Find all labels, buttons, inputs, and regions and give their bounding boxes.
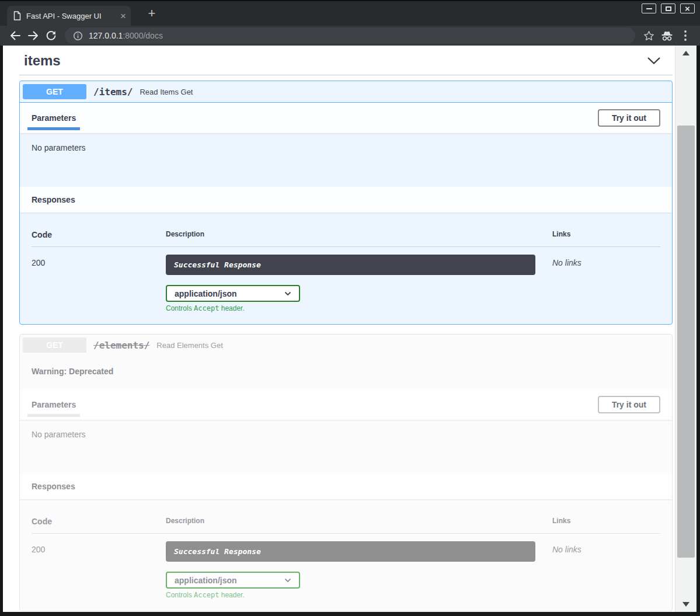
accept-note-suffix: header.: [219, 304, 244, 312]
response-links: No links: [552, 541, 660, 599]
scroll-up-arrow-icon[interactable]: [682, 51, 689, 55]
incognito-icon: [658, 27, 676, 44]
address-bar[interactable]: 127.0.0.1:8000/docs: [65, 27, 635, 44]
new-tab-button[interactable]: +: [145, 6, 159, 20]
accept-header-word: Accept: [194, 304, 219, 312]
chevron-down-icon: [284, 291, 291, 296]
description-cell: Successful Response application/json Co: [166, 255, 552, 312]
response-description: Successful Response: [166, 541, 535, 562]
accept-note-prefix: Controls: [166, 591, 194, 599]
parameters-section-header: Parameters Try it out: [20, 103, 672, 133]
scrollbar-thumb[interactable]: [677, 126, 695, 558]
maximize-icon: [666, 6, 671, 11]
swagger-ui: items GET /items/ Read Items Get Paramet…: [3, 46, 675, 611]
scroll-down-arrow-icon[interactable]: [682, 602, 689, 607]
responses-heading: Responses: [32, 192, 75, 208]
tag-title: items: [24, 53, 61, 69]
window-close-icon: ×: [685, 4, 690, 13]
maximize-button[interactable]: [661, 4, 675, 13]
description-column-header: Description: [166, 230, 552, 239]
endpoint-path: /elements/: [93, 340, 149, 351]
site-info-icon[interactable]: [73, 31, 83, 41]
response-code: 200: [32, 255, 166, 312]
response-row: 200 Successful Response application/json: [32, 534, 660, 599]
parameters-section-header: Parameters Try it out: [20, 389, 672, 420]
response-links: No links: [552, 255, 660, 312]
no-parameters-text: No parameters: [32, 430, 660, 439]
description-cell: Successful Response application/json Co: [166, 541, 552, 599]
media-type-value: application/json: [175, 576, 237, 585]
url-path: :8000/docs: [123, 31, 163, 40]
links-column-header: Links: [552, 517, 660, 526]
media-type-value: application/json: [175, 289, 237, 298]
responses-table-header: Code Description Links: [32, 230, 660, 247]
parameters-tab[interactable]: Parameters: [32, 396, 76, 413]
endpoint-summary: Read Elements Get: [156, 341, 222, 350]
media-type-select[interactable]: application/json: [166, 572, 300, 589]
endpoint-summary: Read Items Get: [140, 88, 193, 96]
back-button[interactable]: [6, 27, 24, 44]
parameters-tab[interactable]: Parameters: [32, 109, 76, 127]
response-description: Successful Response: [166, 255, 535, 275]
opblock-summary[interactable]: GET /items/ Read Items Get: [20, 81, 672, 103]
chevron-down-icon[interactable]: [647, 57, 661, 65]
method-badge: GET: [23, 84, 86, 99]
responses-heading: Responses: [32, 478, 75, 495]
code-column-header: Code: [32, 517, 166, 526]
opblock-get-items: GET /items/ Read Items Get Parameters Tr…: [19, 81, 673, 325]
response-row: 200 Successful Response application/json: [32, 247, 660, 312]
window-close-button[interactable]: ×: [680, 4, 695, 13]
chevron-down-icon: [284, 578, 291, 583]
divider: [19, 75, 673, 75]
media-type-select[interactable]: application/json: [166, 285, 300, 302]
window-controls: ×: [642, 4, 695, 13]
no-parameters-text: No parameters: [32, 143, 660, 152]
try-it-out-button[interactable]: Try it out: [598, 396, 660, 413]
opblock-summary[interactable]: GET /elements/ Read Elements Get: [20, 335, 672, 356]
accept-header-word: Accept: [194, 591, 219, 599]
bookmark-star-icon[interactable]: [640, 27, 658, 44]
accept-note-suffix: header.: [219, 591, 244, 599]
deprecated-warning: Warning: Deprecated: [20, 356, 672, 389]
responses-table-header: Code Description Links: [32, 517, 660, 534]
responses-section-header: Responses: [20, 187, 672, 213]
page-content: items GET /items/ Read Items Get Paramet…: [3, 46, 675, 612]
forward-button[interactable]: [24, 27, 42, 44]
opblock-get-elements-deprecated: GET /elements/ Read Elements Get Warning…: [19, 334, 673, 611]
tab-close-icon[interactable]: ×: [120, 11, 126, 21]
minimize-icon: [646, 8, 652, 9]
accept-note: Controls Accept header.: [166, 304, 552, 312]
vertical-scrollbar[interactable]: [675, 46, 696, 612]
titlebar: Fast API - Swagger UI × + ×: [0, 0, 700, 26]
browser-toolbar: 127.0.0.1:8000/docs: [0, 26, 700, 46]
accept-note-prefix: Controls: [166, 304, 194, 312]
links-column-header: Links: [552, 230, 660, 239]
code-column-header: Code: [32, 230, 166, 239]
browser-tab[interactable]: Fast API - Swagger UI ×: [7, 6, 131, 26]
reload-button[interactable]: [42, 27, 60, 44]
tag-section-header[interactable]: items: [19, 51, 673, 69]
document-icon: [13, 11, 21, 20]
accept-note: Controls Accept header.: [166, 591, 552, 599]
response-code: 200: [32, 541, 166, 599]
menu-kebab-icon[interactable]: [676, 27, 694, 44]
responses-section-header: Responses: [20, 474, 672, 499]
try-it-out-button[interactable]: Try it out: [598, 109, 660, 127]
tab-title: Fast API - Swagger UI: [26, 12, 115, 20]
endpoint-path: /items/: [93, 86, 133, 98]
minimize-button[interactable]: [642, 4, 656, 13]
url-host: 127.0.0.1: [89, 31, 123, 40]
description-column-header: Description: [166, 517, 552, 526]
method-badge: GET: [23, 337, 86, 353]
